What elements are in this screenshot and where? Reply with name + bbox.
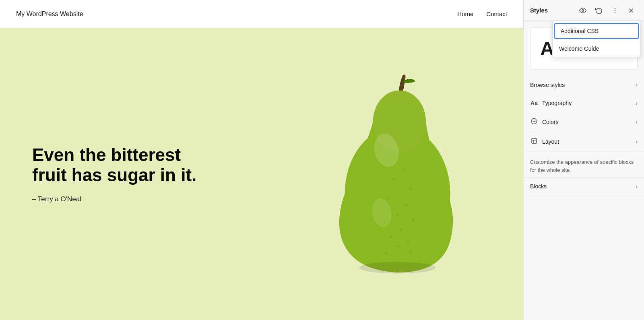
browse-styles-chevron-icon: ›	[636, 82, 638, 88]
site-nav: Home Contact	[457, 10, 507, 17]
svg-point-14	[390, 235, 392, 237]
typography-icon: Aa	[530, 100, 538, 106]
svg-point-8	[388, 197, 390, 199]
colors-row-left: Colors	[530, 118, 558, 126]
svg-point-17	[386, 252, 387, 254]
svg-point-21	[615, 8, 615, 8]
sidebar-header: Styles	[524, 0, 644, 21]
typography-label: Typography	[542, 100, 572, 106]
svg-point-19	[359, 262, 436, 273]
more-options-button[interactable]	[609, 4, 621, 17]
layout-icon	[530, 138, 538, 146]
svg-point-16	[398, 245, 399, 247]
svg-point-12	[412, 219, 414, 221]
layout-label: Layout	[542, 138, 559, 145]
svg-point-5	[402, 169, 404, 170]
layout-row-left: Layout	[530, 138, 559, 146]
dropdown-item-welcome-guide[interactable]: Welcome Guide	[553, 41, 640, 57]
hero-section: Even the bitterest fruit has sugar in it…	[0, 28, 523, 320]
svg-point-20	[582, 9, 584, 11]
dropdown-menu: Additional CSS Welcome Guide	[552, 21, 641, 57]
svg-point-15	[407, 240, 409, 242]
site-header: My WordPress Website Home Contact	[0, 0, 523, 28]
colors-row[interactable]: Colors ›	[524, 112, 644, 132]
preview-area: My WordPress Website Home Contact Even t…	[0, 0, 523, 320]
browse-styles-row[interactable]: Browse styles ›	[524, 76, 644, 94]
customize-text: Customize the appearance of specific blo…	[524, 152, 644, 177]
svg-point-13	[400, 229, 402, 230]
nav-home[interactable]: Home	[457, 10, 473, 17]
svg-point-10	[397, 214, 398, 216]
blocks-row[interactable]: Blocks ›	[524, 178, 644, 196]
svg-rect-26	[532, 138, 537, 143]
svg-point-23	[615, 12, 615, 13]
svg-point-22	[615, 10, 615, 10]
typography-row[interactable]: Aa Typography ›	[524, 94, 644, 112]
hero-heading: Even the bitterest fruit has sugar in it…	[32, 145, 209, 186]
styles-sidebar: Styles	[523, 0, 644, 320]
nav-contact[interactable]: Contact	[486, 10, 507, 17]
preview-button[interactable]	[576, 4, 589, 17]
close-button[interactable]	[625, 4, 638, 17]
layout-chevron-icon: ›	[636, 138, 638, 145]
layout-row[interactable]: Layout ›	[524, 132, 644, 152]
sidebar-title: Styles	[530, 7, 548, 14]
colors-icon	[530, 118, 538, 126]
dropdown-item-additional-css[interactable]: Additional CSS	[554, 23, 639, 39]
browse-styles-label: Browse styles	[530, 82, 565, 88]
history-button[interactable]	[592, 4, 605, 17]
typography-chevron-icon: ›	[636, 100, 638, 106]
hero-quote: – Terry a O'Neal	[32, 195, 209, 203]
blocks-chevron-icon: ›	[636, 183, 638, 190]
sidebar-header-icons	[576, 4, 638, 17]
pear-image	[322, 74, 475, 275]
svg-point-6	[393, 178, 394, 180]
svg-point-7	[410, 188, 411, 189]
typography-row-left: Aa Typography	[530, 100, 572, 106]
site-title: My WordPress Website	[16, 10, 83, 18]
svg-point-9	[405, 204, 407, 206]
blocks-label: Blocks	[530, 183, 547, 190]
hero-text: Even the bitterest fruit has sugar in it…	[32, 145, 209, 203]
svg-point-11	[384, 221, 385, 223]
colors-chevron-icon: ›	[636, 119, 638, 125]
colors-label: Colors	[542, 119, 558, 125]
svg-point-18	[410, 250, 411, 252]
